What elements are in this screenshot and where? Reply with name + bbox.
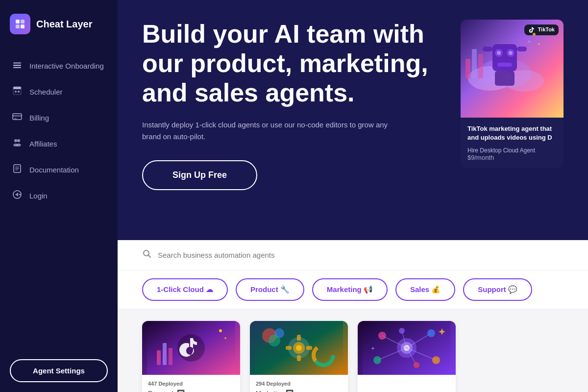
- svg-rect-10: [18, 91, 20, 93]
- logo-icon: [10, 14, 30, 34]
- svg-rect-33: [495, 71, 514, 86]
- svg-point-78: [399, 328, 405, 334]
- svg-rect-0: [16, 20, 20, 24]
- agent-settings-button[interactable]: Agent Settings: [10, 359, 108, 382]
- hero-card-title: TikTok marketing agent that and uploads …: [467, 124, 557, 142]
- svg-rect-4: [13, 62, 21, 64]
- svg-rect-47: [163, 343, 167, 365]
- documentation-icon: [12, 164, 23, 176]
- card-image: [358, 321, 456, 375]
- card-image: [250, 321, 348, 375]
- sidebar-item-label: Scheduler: [29, 88, 63, 96]
- hero-card-image: TikTok: [461, 20, 564, 118]
- svg-point-63: [269, 335, 280, 346]
- svg-rect-21: [15, 170, 18, 171]
- svg-rect-19: [15, 167, 19, 168]
- login-icon: [12, 190, 23, 202]
- hero-title: Build your AI team with our product, mar…: [142, 20, 436, 107]
- svg-rect-56: [297, 355, 301, 361]
- svg-rect-23: [19, 194, 21, 195]
- agent-cards-section: 447 Deployed Research 🔲 Marketing 🔲 Clou…: [118, 309, 588, 392]
- svg-point-31: [509, 51, 513, 55]
- svg-rect-35: [517, 47, 527, 51]
- svg-point-77: [432, 356, 440, 364]
- card-image: [142, 321, 240, 375]
- svg-rect-58: [306, 346, 312, 350]
- app-title: Cheat Layer: [36, 19, 93, 30]
- sidebar-item-interactive-onboarding[interactable]: Interactive Onboarding: [0, 53, 118, 79]
- svg-point-15: [17, 139, 20, 142]
- card-body: [358, 375, 456, 392]
- svg-rect-12: [13, 115, 22, 117]
- agent-card[interactable]: 447 Deployed Research 🔲 Marketing 🔲 Clou…: [142, 321, 240, 392]
- sidebar-item-scheduler[interactable]: Scheduler: [0, 79, 118, 105]
- agent-cards-row: 447 Deployed Research 🔲 Marketing 🔲 Clou…: [142, 321, 564, 392]
- svg-rect-48: [169, 348, 172, 365]
- svg-point-39: [533, 33, 536, 36]
- svg-rect-13: [14, 118, 17, 119]
- sidebar-bottom: Agent Settings: [0, 349, 118, 392]
- svg-rect-38: [478, 54, 483, 78]
- svg-rect-57: [286, 346, 292, 350]
- svg-rect-55: [297, 335, 301, 341]
- sidebar-item-affiliates[interactable]: Affiliates: [0, 131, 118, 157]
- hero-card-body: TikTok marketing agent that and uploads …: [461, 118, 564, 168]
- affiliates-icon: [12, 138, 23, 150]
- svg-point-14: [14, 139, 17, 142]
- sidebar: Cheat Layer Interactive Onboarding: [0, 0, 118, 392]
- search-input[interactable]: [158, 251, 564, 259]
- svg-rect-5: [13, 65, 21, 66]
- svg-rect-36: [466, 59, 470, 78]
- sidebar-item-label: Documentation: [29, 166, 79, 174]
- sidebar-logo[interactable]: Cheat Layer: [0, 0, 118, 48]
- tab-sales[interactable]: Sales 💰: [395, 278, 455, 301]
- sidebar-item-login[interactable]: Login: [0, 183, 118, 209]
- sidebar-item-label: Login: [29, 192, 48, 200]
- signup-button[interactable]: Sign Up Free: [142, 160, 257, 190]
- tab-support[interactable]: Support 💬: [463, 278, 532, 301]
- svg-point-17: [16, 144, 21, 147]
- tab-product[interactable]: Product 🔧: [236, 278, 304, 301]
- hero-content: Build your AI team with our product, mar…: [142, 20, 436, 190]
- hero-card-cta-text: Hire Desktop Cloud Agent: [467, 147, 557, 154]
- svg-point-49: [219, 329, 222, 332]
- layers-icon: [12, 60, 23, 72]
- main-content: Build your AI team with our product, mar…: [118, 0, 588, 392]
- svg-rect-9: [15, 91, 17, 93]
- svg-point-50: [224, 337, 226, 339]
- sidebar-item-documentation[interactable]: Documentation: [0, 157, 118, 183]
- svg-point-75: [427, 329, 435, 337]
- hero-subtitle: Instantly deploy 1-click cloud agents or…: [142, 119, 407, 143]
- svg-point-54: [296, 345, 302, 351]
- search-section: [118, 240, 588, 270]
- svg-point-76: [373, 356, 381, 364]
- svg-rect-6: [13, 67, 21, 68]
- card-tag: Research 🔲: [148, 390, 234, 392]
- svg-point-30: [497, 51, 501, 55]
- tab-one-click-cloud[interactable]: 1-Click Cloud ☁: [142, 278, 228, 301]
- card-body: 447 Deployed Research 🔲 Marketing 🔲 Clou…: [142, 375, 240, 392]
- deployed-count: 447 Deployed: [148, 381, 234, 387]
- hero-card-price: $9/month: [467, 154, 557, 161]
- tab-marketing[interactable]: Marketing 📢: [312, 278, 388, 301]
- card-body: 294 Deployed Marketing 🔲: [250, 375, 348, 392]
- sidebar-item-label: Billing: [29, 114, 49, 122]
- svg-rect-1: [21, 20, 24, 24]
- sidebar-nav: Interactive Onboarding Scheduler: [0, 48, 118, 349]
- category-tabs: 1-Click Cloud ☁ Product 🔧 Marketing 📢 Sa…: [118, 270, 588, 309]
- agent-card[interactable]: [358, 321, 456, 392]
- billing-icon: [12, 112, 23, 124]
- deployed-count: [364, 381, 450, 387]
- svg-rect-34: [483, 47, 492, 51]
- sidebar-item-billing[interactable]: Billing: [0, 105, 118, 131]
- svg-point-74: [378, 332, 386, 340]
- svg-rect-32: [497, 63, 512, 67]
- hero-featured-card: TikTok: [461, 20, 564, 168]
- svg-rect-27: [492, 44, 517, 71]
- svg-line-43: [148, 255, 151, 258]
- svg-rect-2: [16, 24, 20, 28]
- agent-card[interactable]: 294 Deployed Marketing 🔲: [250, 321, 348, 392]
- svg-rect-20: [15, 168, 19, 169]
- card-tag: Marketing 🔲: [256, 390, 342, 392]
- hero-section: Build your AI team with our product, mar…: [118, 0, 588, 240]
